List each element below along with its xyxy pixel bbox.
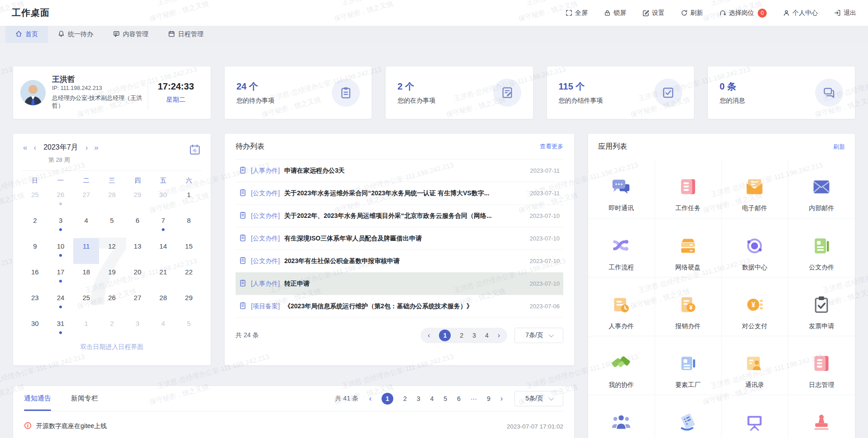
calendar-day[interactable]: 17	[48, 264, 74, 290]
refresh-button[interactable]: 刷新	[681, 9, 703, 17]
notice-tab-新闻专栏[interactable]: 新闻专栏	[71, 386, 98, 411]
calendar-day[interactable]: 11	[73, 238, 99, 264]
fullscreen-button[interactable]: 全屏	[566, 9, 588, 17]
calendar-day[interactable]: 31	[48, 316, 74, 341]
todo-item[interactable]: [公文办件]关于2022年、2023年水务局运维项目外采“北京市政务云服务合同（…	[236, 205, 563, 227]
app-工作任务[interactable]: 工作任务	[655, 160, 722, 218]
page-number-4[interactable]: 4	[430, 395, 434, 402]
app-网络硬盘[interactable]: 网络硬盘	[655, 218, 722, 277]
calendar-day[interactable]: 22	[176, 264, 202, 290]
calendar-day[interactable]: 2	[22, 212, 48, 238]
app-我的协作[interactable]: 我的协作	[588, 336, 655, 395]
app-数据中心[interactable]: 数据中心	[722, 218, 788, 277]
calendar-day[interactable]: 3	[48, 212, 74, 238]
next-page-button[interactable]: ›	[498, 331, 500, 339]
app-board[interactable]	[722, 395, 788, 438]
calendar-day[interactable]: 1	[176, 187, 202, 212]
calendar-day[interactable]: 9	[22, 238, 48, 264]
todo-item[interactable]: [项目备案]《2023年局信息系统运行维护（第2包：基础办公系统技术服务）》20…	[236, 295, 563, 318]
calendar-day[interactable]: 5	[176, 316, 202, 341]
calendar-day[interactable]: 14	[151, 238, 176, 264]
calendar-day[interactable]: 6	[125, 212, 151, 238]
todo-item[interactable]: [人事办件]申请在家远程办公3天2023-07-11	[236, 160, 563, 182]
select-position-button[interactable]: 选择岗位0	[719, 9, 767, 18]
calendar-day[interactable]: 13	[125, 238, 151, 264]
calendar-footer-link[interactable]: 双击日期进入日程界面	[22, 343, 202, 351]
prev-page-button[interactable]: ‹	[369, 395, 372, 403]
todo-item[interactable]: [公文办件]2023年有生社保公积金基数申报审核申请2023-07-10	[236, 250, 563, 273]
calendar-day[interactable]: 27	[73, 187, 99, 212]
stat-card[interactable]: 0 条您的消息	[708, 66, 855, 119]
next-page-button[interactable]: ›	[500, 395, 503, 403]
calendar-day[interactable]: 27	[125, 290, 151, 316]
calendar-day[interactable]: 3	[125, 316, 151, 341]
apps-refresh-link[interactable]: 刷新	[833, 143, 845, 151]
app-公文办件[interactable]: 公文办件	[788, 218, 855, 277]
page-number-3[interactable]: 3	[472, 332, 476, 339]
tab-首页[interactable]: 首页	[5, 26, 48, 43]
calendar-day[interactable]: 23	[22, 290, 48, 316]
todo-item[interactable]: [人事办件]转正申请2023-07-10	[236, 273, 563, 295]
todo-page-size-select[interactable]: 7条/页	[514, 328, 563, 343]
app-报销办件[interactable]: ¥报销办件	[655, 277, 722, 336]
page-number-9[interactable]: 9	[487, 395, 491, 402]
app-要素工厂[interactable]: 要素工厂	[655, 336, 722, 395]
app-即时通讯[interactable]: 即时通讯	[588, 160, 655, 218]
calendar-day[interactable]: 2	[99, 316, 125, 341]
app-内部邮件[interactable]: 内部邮件	[788, 160, 855, 218]
next-year-button[interactable]: »	[93, 143, 99, 152]
calendar-day[interactable]: 8	[176, 212, 202, 238]
calendar-day[interactable]: 28	[99, 187, 125, 212]
calendar-day[interactable]: 29	[176, 290, 202, 316]
calendar-day[interactable]: 24	[48, 290, 74, 316]
prev-page-button[interactable]: ‹	[428, 331, 430, 339]
page-number-2[interactable]: 2	[460, 332, 463, 339]
app-日志管理[interactable]: 日志管理	[788, 336, 855, 395]
settings-button[interactable]: 设置	[642, 9, 665, 17]
calendar-day[interactable]: 20	[125, 264, 151, 290]
page-number-3[interactable]: 3	[417, 395, 420, 402]
calendar-day[interactable]: 18	[73, 264, 99, 290]
app-通讯录[interactable]: 通讯录	[722, 336, 788, 395]
today-icon[interactable]: 今	[189, 144, 201, 157]
app-工作流程[interactable]: 工作流程	[588, 218, 655, 277]
app-电子邮件[interactable]: 电子邮件	[722, 160, 788, 218]
calendar-day[interactable]: 28	[151, 290, 176, 316]
page-number-6[interactable]: 6	[457, 395, 461, 402]
next-month-button[interactable]: ›	[85, 143, 89, 152]
calendar-day[interactable]: 26	[48, 187, 74, 212]
tab-内容管理[interactable]: 内容管理	[103, 26, 158, 43]
calendar-day[interactable]: 30	[151, 187, 176, 212]
app-hand-list[interactable]	[655, 395, 722, 438]
calendar-day[interactable]: 16	[22, 264, 48, 290]
calendar-day[interactable]: 30	[22, 316, 48, 341]
app-stamp[interactable]	[788, 395, 855, 438]
lock-screen-button[interactable]: 锁屏	[604, 9, 626, 17]
prev-year-button[interactable]: «	[22, 143, 28, 152]
calendar-day[interactable]: 12	[99, 238, 125, 264]
calendar-day[interactable]: 25	[73, 290, 99, 316]
calendar-day[interactable]: 4	[73, 212, 99, 238]
calendar-day[interactable]: 29	[125, 187, 151, 212]
stat-card[interactable]: 115 个您的办结件事项	[547, 66, 694, 119]
page-number-2[interactable]: 2	[403, 395, 407, 402]
page-number-5[interactable]: 5	[443, 395, 447, 402]
app-发票申请[interactable]: 发票申请	[788, 277, 855, 336]
notice-item[interactable]: 开源数字底座在gitee上线2023-07-07 17:01:02	[24, 416, 563, 437]
stat-card[interactable]: 2 个您的在办事项	[386, 66, 533, 119]
calendar-day[interactable]: 15	[176, 238, 202, 264]
app-人事办件[interactable]: 人事办件	[588, 277, 655, 336]
calendar-day[interactable]: 25	[22, 187, 48, 212]
notice-page-size-select[interactable]: 5条/页	[514, 391, 563, 406]
app-people-group[interactable]	[588, 395, 655, 438]
logout-button[interactable]: 退出	[834, 9, 856, 17]
tab-日程管理[interactable]: 日程管理	[158, 26, 213, 43]
tab-统一待办[interactable]: 统一待办	[48, 26, 103, 43]
calendar-day[interactable]: 4	[151, 316, 176, 341]
notice-tab-通知通告[interactable]: 通知通告	[24, 386, 51, 411]
stat-card[interactable]: 24 个您的待办事项	[225, 66, 372, 119]
personal-center-button[interactable]: 个人中心	[783, 9, 818, 17]
calendar-day[interactable]: 7	[151, 212, 176, 238]
page-number-4[interactable]: 4	[485, 332, 489, 339]
page-number-1[interactable]: 1	[382, 393, 393, 405]
